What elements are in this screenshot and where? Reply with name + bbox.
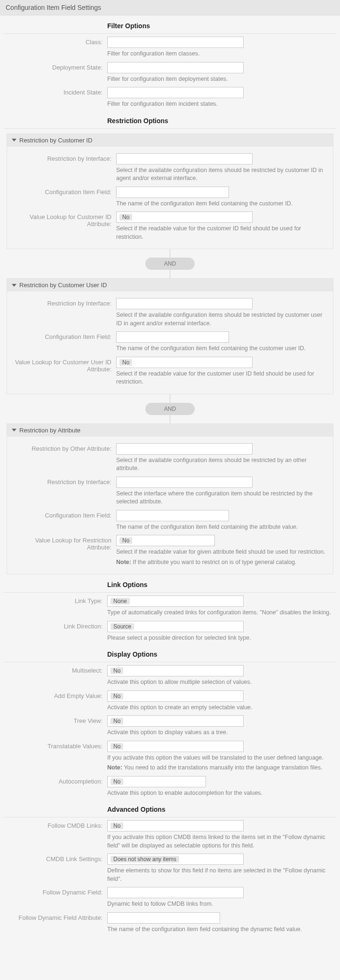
label-class: Class: — [5, 37, 107, 46]
label-restrict-iface-cuid: Restriction by Interface: — [14, 298, 116, 307]
restrict-iface-attr-input[interactable] — [116, 477, 253, 488]
translatable-select[interactable]: No — [107, 741, 244, 752]
label-cmdb-link-settings: CMDB Link Settings: — [5, 854, 107, 862]
help-deployment-state: Filter for configuration item deployment… — [107, 75, 335, 84]
chevron-down-icon — [12, 429, 16, 431]
connector-line-icon — [170, 394, 170, 403]
multiselect-select[interactable]: No — [107, 665, 244, 676]
section-header-restriction: Restriction Options — [107, 110, 340, 127]
lookup-attr-select[interactable]: No — [116, 535, 215, 546]
label-follow-dynamic-field: Follow Dynamic Field: — [5, 887, 107, 896]
help-translatable: If you activate this option the values w… — [107, 754, 335, 762]
connector-line-icon — [170, 270, 170, 278]
label-link-direction: Link Direction: — [5, 621, 107, 630]
divider — [4, 592, 336, 593]
help-restrict-iface-attr: Select the interface where the configura… — [116, 490, 326, 506]
row-add-empty: Add Empty Value: No Activate this option… — [0, 689, 340, 714]
row-translatable: Translatable Values: No If you activate … — [0, 739, 340, 774]
accordion-header-customer-user-id[interactable]: Restriction by Customer User ID — [7, 279, 333, 291]
divider — [4, 817, 336, 817]
label-tree-view: Tree View: — [5, 715, 107, 724]
label-deployment-state: Deployment State: — [5, 62, 107, 71]
row-multiselect: Multiselect: No Activate this option to … — [0, 663, 340, 689]
follow-cmdb-value: No — [111, 823, 123, 829]
row-deployment-state: Deployment State: Filter for configurati… — [0, 60, 340, 86]
link-direction-value: Source — [111, 623, 134, 630]
lookup-cid-select[interactable]: No — [116, 212, 253, 223]
restrict-iface-cuid-input[interactable] — [116, 298, 253, 309]
accordion-title: Restriction by Customer ID — [19, 137, 92, 144]
help-follow-dynamic-field-attr: The name of the configuration item field… — [107, 925, 335, 934]
help-follow-dynamic-field: Dynamic field to follow CMDB links from. — [107, 900, 335, 909]
help-autocompletion: Activate this option to enable autocompl… — [107, 789, 335, 798]
label-add-empty: Add Empty Value: — [5, 690, 107, 699]
page-title: Configuration Item Field Settings — [0, 0, 340, 16]
deployment-state-input[interactable] — [107, 62, 244, 73]
row-cmdb-link-settings: CMDB Link Settings: Does not show any it… — [0, 852, 340, 885]
row-autocompletion: Autocompletion: No Activate this option … — [0, 774, 340, 800]
label-restrict-iface-cid: Restriction by Interface: — [14, 153, 116, 162]
restrict-other-attr-input[interactable] — [116, 443, 253, 455]
autocompletion-select[interactable]: No — [107, 776, 206, 787]
tree-view-select[interactable]: No — [107, 715, 244, 727]
ci-field-cuid-input[interactable] — [116, 331, 229, 343]
translatable-value: No — [111, 743, 123, 750]
section-header-filter: Filter Options — [107, 16, 340, 32]
row-incident-state: Incident State: Filter for configuration… — [0, 85, 340, 110]
connector: AND — [0, 394, 340, 423]
cmdb-link-settings-value: Does not show any items — [111, 856, 179, 862]
accordion-header-customer-id[interactable]: Restriction by Customer ID — [7, 134, 333, 147]
accordion-attribute: Restriction by Attribute Restriction by … — [7, 423, 333, 575]
chevron-down-icon — [12, 139, 16, 141]
link-direction-select[interactable]: Source — [107, 621, 244, 632]
row-link-type: Link Type: None Type of automatically cr… — [0, 594, 340, 619]
help-restrict-iface-cuid: Select if the available configuration it… — [116, 311, 326, 328]
help-tree-view: Activate this option to display values a… — [107, 729, 335, 737]
ci-field-cid-input[interactable] — [116, 187, 229, 198]
row-follow-cmdb: Follow CMDB Links: No If you activate th… — [0, 818, 340, 852]
multiselect-value: No — [111, 667, 123, 674]
label-lookup-cid: Value Lookup for Customer ID Attribute: — [14, 212, 116, 227]
tree-view-value: No — [111, 718, 123, 724]
lookup-cuid-select[interactable]: No — [116, 357, 253, 368]
label-translatable: Translatable Values: — [5, 741, 107, 750]
connector-and-pill: AND — [145, 403, 195, 415]
accordion-customer-id: Restriction by Customer ID Restriction b… — [7, 133, 333, 250]
label-lookup-attr: Value Lookup for Restriction Attribute: — [14, 535, 116, 551]
help-lookup-attr: Select if the readable value for given a… — [116, 548, 326, 557]
note-translatable: Note: You need to add the translations m… — [107, 764, 335, 772]
cmdb-link-settings-select[interactable]: Does not show any items — [107, 854, 244, 865]
divider — [4, 662, 336, 662]
row-follow-dynamic-field-attr: Follow Dynamic Field Attribute: The name… — [0, 910, 340, 936]
help-ci-field-attr: The name of the configuration item field… — [116, 523, 326, 532]
class-input[interactable] — [107, 37, 244, 48]
restrict-iface-cid-input[interactable] — [116, 153, 253, 165]
row-link-direction: Link Direction: Source Please select a p… — [0, 619, 340, 644]
connector: AND — [0, 249, 340, 278]
link-type-value: None — [111, 598, 130, 604]
accordion-customer-user-id: Restriction by Customer User ID Restrict… — [7, 278, 333, 394]
label-incident-state: Incident State: — [5, 87, 107, 96]
accordion-header-attribute[interactable]: Restriction by Attribute — [7, 424, 333, 437]
lookup-attr-value: No — [119, 537, 132, 544]
add-empty-select[interactable]: No — [107, 690, 244, 702]
follow-dynamic-field-input[interactable] — [107, 887, 244, 898]
help-add-empty: Activate this option to create an empty … — [107, 704, 335, 712]
section-header-display: Display Options — [107, 644, 340, 661]
connector-and-pill: AND — [145, 258, 195, 270]
ci-field-attr-input[interactable] — [116, 510, 229, 521]
help-ci-field-cuid: The name of the configuration item field… — [116, 345, 326, 353]
incident-state-input[interactable] — [107, 87, 244, 98]
label-autocompletion: Autocompletion: — [5, 776, 107, 785]
link-type-select[interactable]: None — [107, 596, 244, 607]
label-ci-field-attr: Configuration Item Field: — [14, 510, 116, 519]
help-restrict-other-attr: Select if the available configuration it… — [116, 456, 326, 473]
label-ci-field-cid: Configuration Item Field: — [14, 187, 116, 196]
help-multiselect: Activate this option to allow multiple s… — [107, 678, 335, 687]
label-link-type: Link Type: — [5, 596, 107, 604]
follow-dynamic-field-attr-input[interactable] — [107, 912, 220, 924]
label-multiselect: Multiselect: — [5, 665, 107, 674]
section-header-advanced: Advanced Options — [107, 799, 340, 816]
follow-cmdb-select[interactable]: No — [107, 820, 244, 831]
label-ci-field-cuid: Configuration Item Field: — [14, 331, 116, 340]
